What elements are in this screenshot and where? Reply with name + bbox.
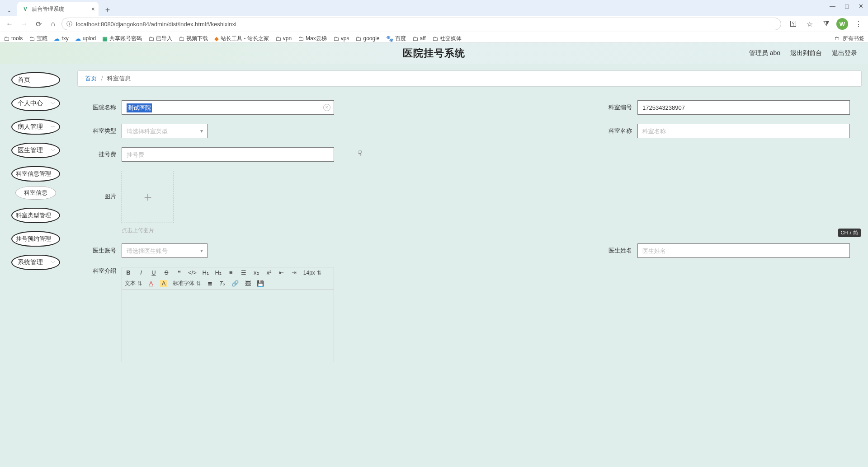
folder-icon: 🗀 [4,35,9,42]
bookmark-item[interactable]: 🐾百度 [386,35,406,42]
ul-icon[interactable]: ☰ [240,269,247,276]
sidebar-item-doctors[interactable]: 医生管理﹀ [11,143,60,158]
sidebar-item-dept-info[interactable]: 科室信息管理 [11,166,60,182]
intro-label: 科室介绍 [89,267,116,275]
bookmark-item[interactable]: 🗀tools [4,35,23,42]
h2-icon[interactable]: H₂ [215,269,222,276]
fee-label: 挂号费 [89,150,116,159]
bookmark-item[interactable]: 🗀社交媒体 [432,35,462,42]
sidebar-item-dept-info-sub[interactable]: 科室信息 [15,186,56,200]
font-family-select[interactable]: 标准字体 ⇅ [173,280,201,287]
dept-type-label: 科室类型 [89,127,116,135]
bookmark-item[interactable]: 🗀vps [333,35,349,42]
bookmark-item[interactable]: ☁uplod [75,35,96,42]
star-icon[interactable]: ☆ [804,18,816,30]
bookmark-item[interactable]: 🗀视频下载 [179,35,208,42]
h1-icon[interactable]: H₁ [202,269,209,276]
user-label[interactable]: 管理员 abo [749,49,780,57]
logout-button[interactable]: 退出登录 [832,49,857,57]
all-bookmarks-button[interactable]: 🗀所有书签 [835,35,864,42]
image-icon[interactable]: 🖼 [244,280,251,287]
tab-list-button[interactable]: ⌄ [3,4,15,16]
kebab-menu-icon[interactable]: ⋮ [853,18,864,30]
font-size-select[interactable]: 14px ⇅ [303,270,321,276]
browser-tab[interactable]: V 后台管理系统 × [17,2,99,16]
dept-name-input[interactable] [637,124,850,138]
sidebar-item-patients[interactable]: 病人管理﹀ [11,119,60,135]
bookmark-item[interactable]: 🗀aff [412,35,426,42]
baidu-icon: 🐾 [386,35,393,42]
reload-icon[interactable]: ⟳ [33,18,44,30]
clear-icon[interactable]: ✕ [323,104,330,111]
bookmark-item[interactable]: 🗀宝藏 [29,35,47,42]
strike-icon[interactable]: S [163,269,170,276]
maximize-icon[interactable]: ◻ [844,3,849,9]
forward-icon[interactable]: → [18,18,30,30]
site-info-icon[interactable]: ⓘ [66,20,72,28]
bookmark-item[interactable]: ◆站长工具 - 站长之家 [214,35,269,42]
bookmark-item[interactable]: ▦共享账号密码 [102,35,142,42]
ol-icon[interactable]: ≡ [227,269,235,276]
sidebar-item-home[interactable]: 首页 [11,72,60,88]
bg-color-icon[interactable]: A [160,280,167,287]
bookmark-item[interactable]: 🗀google [355,35,379,42]
image-upload-box[interactable]: ＋ [122,171,174,223]
outdent-icon[interactable]: ⇤ [278,269,285,276]
folder-icon: 🗀 [432,35,438,42]
bookmark-item[interactable]: 🗀Max云梯 [298,35,327,42]
hospital-name-label: 医院名称 [89,103,116,112]
home-icon[interactable]: ⌂ [47,18,59,30]
close-window-icon[interactable]: ✕ [859,3,863,9]
editor-toolbar: B I U S ❝ </> H₁ H₂ ≡ ☰ x₂ x² ⇤ [122,267,334,290]
dept-name-label: 科室名称 [605,127,632,135]
minimize-icon[interactable]: — [830,3,835,9]
exit-to-front-button[interactable]: 退出到前台 [790,49,822,57]
folder-icon: 🗀 [179,35,184,42]
profile-avatar[interactable]: W [836,18,848,30]
url-text: localhost:8080/djangokon84/admin/dist/in… [76,21,236,28]
sidebar-item-profile[interactable]: 个人中心﹀ [11,96,60,111]
bold-icon[interactable]: B [125,269,132,276]
indent-icon[interactable]: ⇥ [291,269,298,276]
dept-type-select[interactable] [122,124,208,138]
back-icon[interactable]: ← [4,18,15,30]
doctor-acct-select[interactable] [122,243,208,258]
sup-icon[interactable]: x² [265,269,273,276]
sidebar-item-system[interactable]: 系统管理﹀ [11,255,60,270]
ime-badge: CH ♪ 简 [838,229,861,237]
font-type-select[interactable]: 文本 ⇅ [125,280,142,287]
chevron-down-icon: ﹀ [51,147,56,154]
doctor-name-label: 医生姓名 [605,247,632,255]
underline-icon[interactable]: U [150,269,157,276]
sidebar: 首页 个人中心﹀ 病人管理﹀ 医生管理﹀ 科室信息管理 科室信息 科室类型管理 … [0,64,71,467]
font-color-icon[interactable]: A [147,280,155,287]
sheet-icon: ▦ [102,35,108,42]
close-tab-icon[interactable]: × [91,5,95,13]
code-icon[interactable]: </> [188,269,197,276]
select-arrows-icon: ⇅ [196,280,201,287]
clear-format-icon[interactable]: Tₓ [219,280,226,287]
extensions-icon[interactable]: ⧩ [820,18,832,30]
breadcrumb-home[interactable]: 首页 [85,75,97,82]
address-bar[interactable]: ⓘ localhost:8080/djangokon84/admin/dist/… [61,18,781,30]
sidebar-item-appointment[interactable]: 挂号预约管理 [11,231,60,247]
new-tab-button[interactable]: + [101,4,114,16]
bookmark-item[interactable]: 🗀已导入 [148,35,172,42]
link-icon[interactable]: 🔗 [231,280,239,287]
hospital-name-input[interactable] [122,100,334,115]
key-icon[interactable]: ⚿ [788,18,799,30]
dept-code-label: 科室编号 [605,103,632,112]
bookmark-item[interactable]: ☁txy [54,35,68,42]
save-icon[interactable]: 💾 [257,280,264,287]
align-icon[interactable]: ≣ [206,280,213,287]
bookmark-item[interactable]: 🗀vpn [275,35,292,42]
dept-code-input[interactable] [637,100,850,115]
image-label: 图片 [89,192,116,201]
editor-content[interactable] [122,290,334,362]
quote-icon[interactable]: ❝ [175,269,183,276]
sub-icon[interactable]: x₂ [253,269,260,276]
fee-input[interactable] [122,147,334,162]
doctor-name-input[interactable] [637,243,850,258]
italic-icon[interactable]: I [137,269,145,276]
sidebar-item-dept-type[interactable]: 科室类型管理 [11,208,60,223]
